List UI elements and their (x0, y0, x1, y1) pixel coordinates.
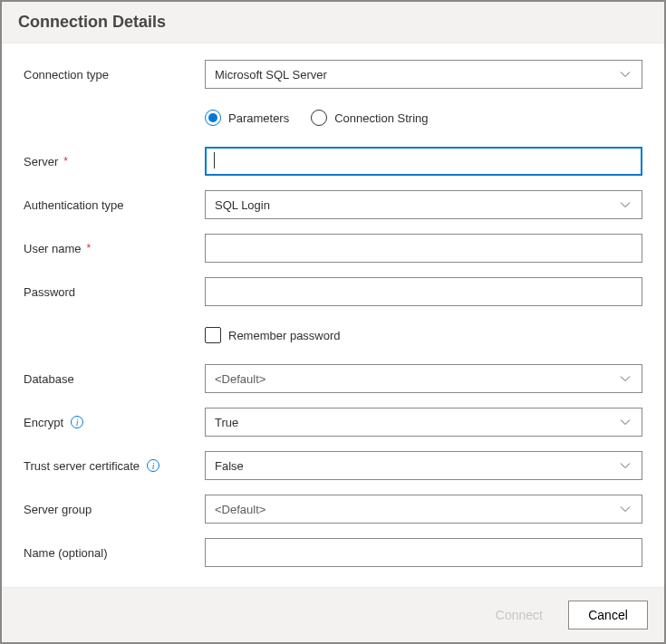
chevron-down-icon (620, 373, 631, 384)
cancel-button[interactable]: Cancel (568, 601, 648, 630)
encrypt-select[interactable]: True (205, 408, 642, 437)
database-select[interactable]: <Default> (205, 364, 642, 393)
connection-type-select[interactable]: Microsoft SQL Server (205, 60, 642, 89)
password-input[interactable] (205, 277, 642, 306)
label-server-group: Server group (24, 503, 205, 516)
radio-connection-string[interactable]: Connection String (311, 110, 428, 126)
label-name-optional: Name (optional) (24, 546, 205, 560)
info-icon[interactable]: i (71, 416, 83, 428)
label-server: Server* (24, 155, 205, 168)
form-body: Connection type Microsoft SQL Server Par… (2, 43, 664, 587)
label-database: Database (24, 372, 205, 386)
chevron-down-icon (620, 460, 631, 471)
radio-parameters[interactable]: Parameters (205, 110, 289, 126)
label-password: Password (24, 285, 205, 299)
chevron-down-icon (620, 199, 631, 210)
chevron-down-icon (620, 69, 631, 80)
username-input[interactable] (205, 234, 642, 263)
label-auth-type: Authentication type (24, 198, 205, 212)
required-asterisk: * (87, 242, 92, 255)
label-user-name: User name* (24, 242, 205, 255)
label-encrypt: Encrypt i (24, 416, 205, 429)
label-trust-cert: Trust server certificate i (24, 459, 205, 473)
radio-circle-icon (205, 110, 221, 126)
label-connection-type: Connection type (24, 68, 205, 82)
text-caret (214, 152, 215, 168)
info-icon[interactable]: i (147, 459, 159, 472)
server-input[interactable] (205, 147, 642, 176)
server-group-select[interactable]: <Default> (205, 495, 642, 524)
remember-password-checkbox[interactable]: Remember password (205, 327, 642, 343)
name-optional-input[interactable] (205, 538, 642, 567)
chevron-down-icon (620, 504, 631, 514)
connect-button[interactable]: Connect (479, 601, 559, 630)
dialog-header: Connection Details (2, 2, 664, 43)
trust-cert-select[interactable]: False (205, 451, 642, 480)
checkbox-box-icon (205, 327, 221, 343)
dialog-title: Connection Details (18, 13, 648, 32)
chevron-down-icon (620, 417, 631, 428)
radio-circle-icon (311, 110, 327, 126)
dialog-footer: Connect Cancel (2, 587, 664, 642)
auth-type-select[interactable]: SQL Login (205, 190, 642, 219)
required-asterisk: * (63, 155, 68, 168)
